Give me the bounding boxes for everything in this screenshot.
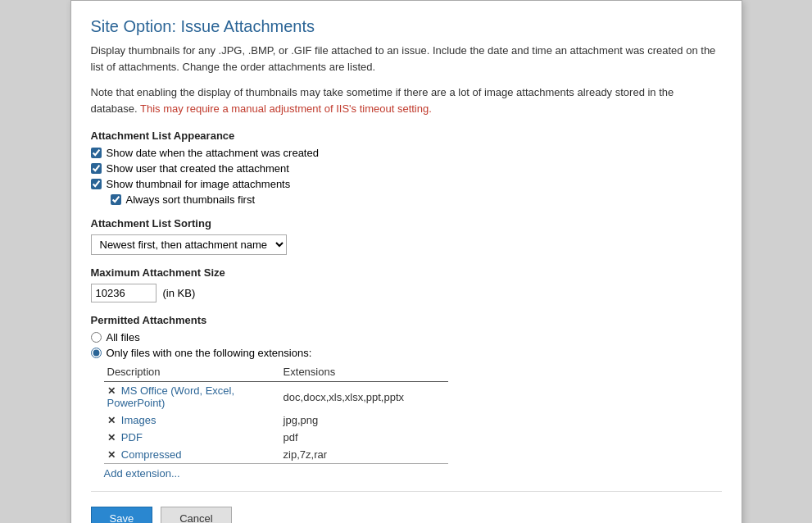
sort-thumbnails-label: Always sort thumbnails first xyxy=(126,193,256,206)
sorting-select[interactable]: Newest first, then attachment name Oldes… xyxy=(91,234,287,255)
show-user-label: Show user that created the attachment xyxy=(107,162,289,175)
max-size-label: Maximum Attachment Size xyxy=(91,266,722,279)
table-row: ✕ PDFpdf xyxy=(104,429,448,446)
col-extensions: Extensions xyxy=(280,364,448,382)
table-row: ✕ MS Office (Word, Excel, PowerPoint)doc… xyxy=(104,382,448,412)
page-title: Site Option: Issue Attachments xyxy=(91,17,722,36)
ext-name-link[interactable]: MS Office (Word, Excel, PowerPoint) xyxy=(107,384,235,409)
ext-value-cell: pdf xyxy=(280,429,448,446)
max-size-row: (in KB) xyxy=(91,284,722,302)
ext-name-link[interactable]: Compressed xyxy=(121,448,182,461)
save-button[interactable]: Save xyxy=(91,507,153,523)
ext-name-cell: ✕ PDF xyxy=(104,429,280,446)
table-row: ✕ Imagesjpg,png xyxy=(104,412,448,429)
col-description: Description xyxy=(104,364,280,382)
sorting-label: Attachment List Sorting xyxy=(91,217,722,230)
only-files-label: Only files with one the following extens… xyxy=(107,347,312,359)
permitted-label: Permitted Attachments xyxy=(91,314,722,326)
ext-name-cell: ✕ Compressed xyxy=(104,446,280,464)
ext-name-cell: ✕ Images xyxy=(104,412,280,429)
sorting-section: Attachment List Sorting Newest first, th… xyxy=(91,217,722,255)
extensions-table: Description Extensions ✕ MS Office (Word… xyxy=(104,364,448,464)
ext-value-cell: zip,7z,rar xyxy=(280,446,448,464)
table-header-row: Description Extensions xyxy=(104,364,448,382)
max-size-unit: (in KB) xyxy=(163,287,196,299)
main-window: Site Option: Issue Attachments Display t… xyxy=(70,0,742,523)
show-date-checkbox[interactable] xyxy=(91,148,102,158)
ext-name-link[interactable]: PDF xyxy=(121,431,143,443)
sort-thumbnails-checkbox[interactable] xyxy=(111,194,121,205)
ext-value-cell: jpg,png xyxy=(280,412,448,429)
remove-ext-button[interactable]: ✕ xyxy=(107,415,118,426)
appearance-section: Attachment List Appearance Show date whe… xyxy=(91,130,722,206)
show-thumbnail-label: Show thumbnail for image attachments xyxy=(107,178,291,190)
button-row: Save Cancel xyxy=(91,507,722,523)
show-thumbnail-row: Show thumbnail for image attachments xyxy=(91,178,722,190)
remove-ext-button[interactable]: ✕ xyxy=(107,432,118,443)
ext-name-link[interactable]: Images xyxy=(121,414,157,426)
remove-ext-button[interactable]: ✕ xyxy=(107,385,118,397)
description1: Display thumbnails for any .JPG, .BMP, o… xyxy=(91,43,722,75)
all-files-row: All files xyxy=(91,331,722,343)
note: Note that enabling the display of thumbn… xyxy=(91,84,722,116)
show-date-label: Show date when the attachment was create… xyxy=(107,147,319,159)
max-size-input[interactable] xyxy=(91,284,157,302)
cancel-button[interactable]: Cancel xyxy=(161,507,231,523)
max-size-section: Maximum Attachment Size (in KB) xyxy=(91,266,722,302)
remove-ext-button[interactable]: ✕ xyxy=(107,449,118,461)
show-user-checkbox[interactable] xyxy=(91,163,102,174)
appearance-label: Attachment List Appearance xyxy=(91,130,722,142)
ext-name-cell: ✕ MS Office (Word, Excel, PowerPoint) xyxy=(104,382,280,412)
ext-value-cell: doc,docx,xls,xlsx,ppt,pptx xyxy=(280,382,448,412)
table-row: ✕ Compressedzip,7z,rar xyxy=(104,446,448,464)
permitted-section: Permitted Attachments All files Only fil… xyxy=(91,314,722,480)
sort-thumbnails-row: Always sort thumbnails first xyxy=(111,193,722,206)
add-extension-link[interactable]: Add extension... xyxy=(104,467,180,480)
only-files-radio[interactable] xyxy=(91,348,102,358)
only-files-row: Only files with one the following extens… xyxy=(91,347,722,359)
all-files-label: All files xyxy=(107,331,140,343)
show-date-row: Show date when the attachment was create… xyxy=(91,147,722,159)
show-thumbnail-checkbox[interactable] xyxy=(91,179,102,189)
all-files-radio[interactable] xyxy=(91,332,102,343)
show-user-row: Show user that created the attachment xyxy=(91,162,722,175)
divider xyxy=(91,491,722,492)
